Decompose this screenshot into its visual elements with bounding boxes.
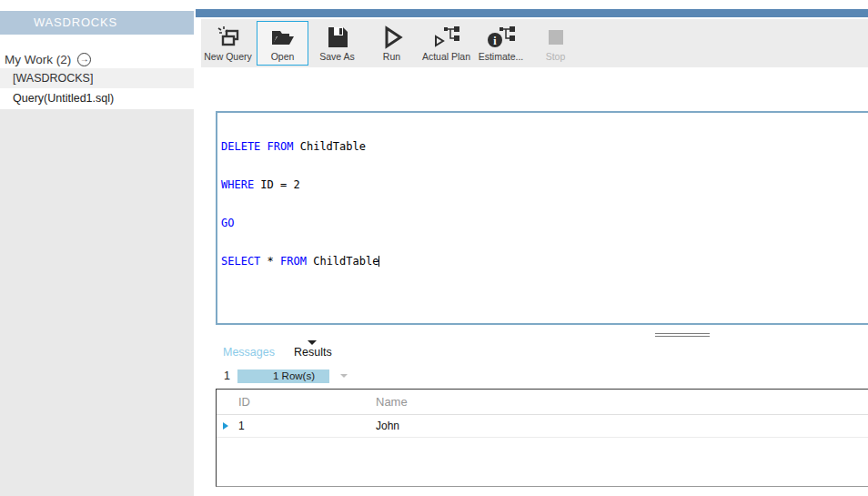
new-query-icon [215,24,242,51]
tab-messages[interactable]: Messages [223,346,275,359]
chevron-down-icon[interactable] [340,374,348,378]
text-cursor [378,256,379,267]
open-label: Open [271,51,295,62]
column-header-id: ID [238,395,376,409]
tab-results[interactable]: Results [294,346,332,359]
estimated-plan-icon: i [487,24,516,51]
new-query-button[interactable]: New Query [202,21,254,66]
sql-editor[interactable]: DELETE FROM ChildTable WHERE ID = 2 GO S… [216,111,868,325]
actual-plan-label: Actual Plan [422,51,470,62]
sidebar-item-server[interactable]: [WASDROCKS] [0,68,194,88]
run-label: Run [383,51,400,62]
result-set-number: 1 [224,369,230,382]
column-header-name: Name [376,395,868,409]
top-accent-bar [196,9,868,17]
results-grid: ID Name 1 John [216,389,868,487]
run-button[interactable]: Run [366,21,418,66]
sql-line: SELECT * FROM ChildTable [221,255,868,268]
run-icon [380,24,404,51]
open-folder-icon [269,24,297,51]
active-tab-marker-icon [308,340,317,345]
current-row-marker-icon [223,422,228,430]
save-icon [326,24,349,51]
open-button[interactable]: Open [257,21,308,66]
estimate-label: Estimate... [479,51,524,62]
sidebar-item-query[interactable]: Query(Untitled1.sql) [0,88,201,109]
row-count-badge[interactable]: 1 Row(s) [237,369,329,383]
sql-line: GO [221,217,868,229]
stop-icon [544,24,568,51]
my-work-link[interactable]: My Work (2) → [5,50,91,68]
my-work-label: My Work (2) [5,53,71,66]
stop-label: Stop [546,51,566,62]
new-query-label: New Query [204,51,252,62]
cell-name: John [376,420,868,432]
sidebar-title: WASDROCKS [0,11,194,35]
estimate-button[interactable]: i Estimate... [475,21,527,66]
table-row[interactable]: 1 John [217,415,868,438]
sql-line: WHERE ID = 2 [221,178,868,191]
splitter-handle[interactable] [655,336,710,337]
row-selector-cell [217,422,238,430]
sql-line: DELETE FROM ChildTable [221,140,868,153]
stop-button: Stop [530,21,581,66]
splitter-handle[interactable] [655,333,710,334]
save-as-button[interactable]: Save As [311,21,363,66]
save-as-label: Save As [319,51,355,62]
cell-id: 1 [238,420,376,432]
forward-arrow-icon[interactable]: → [77,53,91,66]
actual-plan-button[interactable]: Actual Plan [420,21,472,66]
grid-header-row: ID Name [217,390,868,415]
actual-plan-icon [432,24,461,51]
toolbar: New Query Open Save As Run [201,19,868,67]
